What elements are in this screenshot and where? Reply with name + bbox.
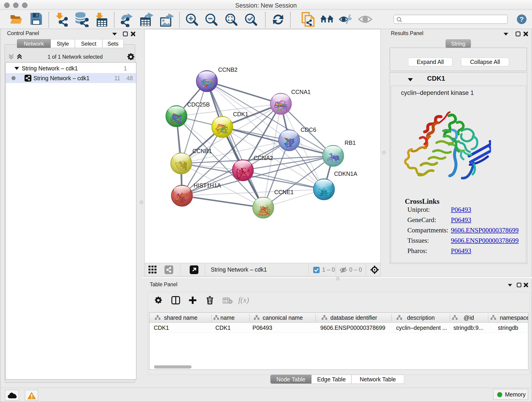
svg-text:CCNA2: CCNA2 bbox=[254, 155, 273, 161]
svg-text:CDC25B: CDC25B bbox=[187, 101, 210, 108]
svg-text:CDK1: CDK1 bbox=[233, 111, 248, 117]
svg-text:HIST1H1A: HIST1H1A bbox=[194, 182, 221, 189]
svg-text:RB1: RB1 bbox=[345, 140, 356, 146]
svg-text:?: ? bbox=[520, 15, 524, 23]
svg-text:CCNE1: CCNE1 bbox=[274, 189, 294, 195]
svg-text:CCNB1: CCNB1 bbox=[192, 148, 212, 154]
svg-text:CDKN1A: CDKN1A bbox=[334, 171, 357, 177]
svg-text:CCNA1: CCNA1 bbox=[291, 89, 311, 95]
svg-text:CDC6: CDC6 bbox=[301, 127, 316, 133]
svg-text:CCNB2: CCNB2 bbox=[218, 66, 238, 73]
